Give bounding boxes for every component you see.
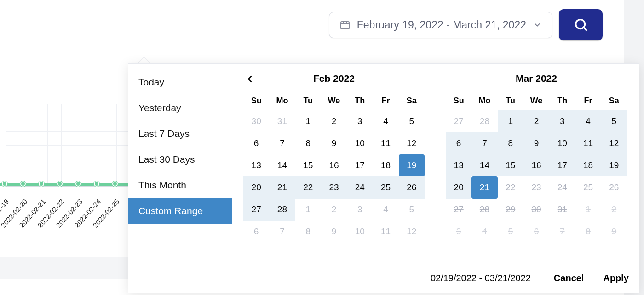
day-cell[interactable]: 18 [373, 154, 398, 176]
day-cell[interactable]: 1 [295, 110, 321, 132]
dow-cell: Th [347, 92, 373, 110]
day-cell: 27 [446, 110, 472, 132]
day-cell[interactable]: 7 [472, 132, 497, 154]
day-cell[interactable]: 8 [498, 132, 523, 154]
day-cell[interactable]: 5 [399, 110, 425, 132]
day-cell[interactable]: 4 [373, 110, 398, 132]
day-cell[interactable]: 17 [549, 154, 575, 176]
day-cell: 10 [347, 221, 373, 243]
day-cell[interactable]: 12 [399, 132, 425, 154]
day-cell[interactable]: 22 [295, 176, 321, 199]
day-cell[interactable]: 27 [243, 199, 269, 221]
preset-last-7-days[interactable]: Last 7 Days [128, 121, 232, 147]
day-cell[interactable]: 28 [269, 199, 295, 221]
selected-range-text: 02/19/2022 - 03/21/2022 [431, 273, 531, 284]
dow-cell: Su [243, 92, 269, 110]
dow-cell: Tu [498, 92, 523, 110]
day-cell[interactable]: 10 [549, 132, 575, 154]
dow-cell: Fr [575, 92, 601, 110]
day-cell[interactable]: 13 [446, 154, 472, 176]
day-cell: 1 [575, 199, 601, 221]
day-cell[interactable]: 3 [347, 110, 373, 132]
day-cell[interactable]: 9 [523, 132, 549, 154]
search-button[interactable] [559, 9, 603, 40]
day-cell[interactable]: 2 [321, 110, 347, 132]
preset-this-month[interactable]: This Month [128, 172, 232, 198]
day-cell[interactable]: 5 [601, 110, 627, 132]
day-cell[interactable]: 18 [575, 154, 601, 176]
day-cell[interactable]: 10 [347, 132, 373, 154]
day-cell[interactable]: 7 [269, 132, 295, 154]
day-cell: 8 [295, 221, 321, 243]
day-cell: 25 [575, 176, 601, 199]
dow-row: SuMoTuWeThFrSa [243, 92, 425, 110]
day-cell[interactable]: 15 [295, 154, 321, 176]
dow-row: SuMoTuWeThFrSa [446, 92, 627, 110]
day-cell[interactable]: 6 [446, 132, 472, 154]
calendar-left-title: Feb 2022 [243, 73, 425, 84]
day-cell[interactable]: 13 [243, 154, 269, 176]
day-cell[interactable]: 16 [523, 154, 549, 176]
picker-footer: 02/19/2022 - 03/21/2022 Cancel Apply [232, 264, 639, 293]
day-cell[interactable]: 2 [523, 110, 549, 132]
day-cell[interactable]: 15 [498, 154, 523, 176]
calendar-left: Feb 2022 SuMoTuWeThFrSa 3031123456789101… [243, 73, 425, 243]
preset-yesterday[interactable]: Yesterday [128, 95, 232, 121]
day-cell[interactable]: 17 [347, 154, 373, 176]
day-cell[interactable]: 6 [243, 132, 269, 154]
day-cell[interactable]: 12 [601, 132, 627, 154]
divider [0, 62, 624, 62]
day-cell[interactable]: 1 [498, 110, 523, 132]
day-cell[interactable]: 21 [472, 176, 497, 199]
day-cell[interactable]: 19 [399, 154, 425, 176]
day-cell: 6 [243, 221, 269, 243]
day-cell: 3 [347, 199, 373, 221]
day-cell: 29 [498, 199, 523, 221]
calendar-icon [339, 19, 351, 30]
day-cell: 2 [321, 199, 347, 221]
day-cell[interactable]: 4 [575, 110, 601, 132]
day-cell[interactable]: 8 [295, 132, 321, 154]
day-cell[interactable]: 11 [575, 132, 601, 154]
day-cell: 4 [373, 199, 398, 221]
day-cell[interactable]: 20 [243, 176, 269, 199]
day-cell: 7 [269, 221, 295, 243]
day-cell[interactable]: 11 [373, 132, 398, 154]
preset-list: TodayYesterdayLast 7 DaysLast 30 DaysThi… [128, 64, 232, 293]
day-cell[interactable]: 20 [446, 176, 472, 199]
day-cell: 23 [523, 176, 549, 199]
day-cell[interactable]: 26 [399, 176, 425, 199]
preset-custom-range[interactable]: Custom Range [128, 198, 232, 224]
preset-today[interactable]: Today [128, 69, 232, 95]
day-cell[interactable]: 19 [601, 154, 627, 176]
day-cell: 22 [498, 176, 523, 199]
day-cell[interactable]: 23 [321, 176, 347, 199]
day-cell: 28 [472, 199, 497, 221]
day-cell: 7 [549, 221, 575, 243]
calendar-panels: Feb 2022 SuMoTuWeThFrSa 3031123456789101… [232, 64, 639, 293]
day-cell[interactable]: 16 [321, 154, 347, 176]
preset-last-30-days[interactable]: Last 30 Days [128, 147, 232, 172]
day-cell[interactable]: 3 [549, 110, 575, 132]
dow-cell: Mo [269, 92, 295, 110]
day-cell: 24 [549, 176, 575, 199]
days-grid-right: 2728123456789101112131415161718192021222… [446, 110, 627, 243]
prev-month-button[interactable] [245, 74, 255, 84]
dow-cell: Sa [399, 92, 425, 110]
cancel-button[interactable]: Cancel [554, 273, 584, 284]
chart-x-ticks: 2022-02-192022-02-202022-02-212022-02-22… [0, 193, 129, 253]
dow-cell: Su [446, 92, 472, 110]
apply-button[interactable]: Apply [603, 273, 629, 284]
day-cell[interactable]: 24 [347, 176, 373, 199]
day-cell: 2 [601, 199, 627, 221]
chart-footer-band [0, 257, 129, 279]
date-range-text: February 19, 2022 - March 21, 2022 [357, 19, 526, 31]
date-range-trigger[interactable]: February 19, 2022 - March 21, 2022 [329, 12, 552, 38]
day-cell[interactable]: 14 [472, 154, 497, 176]
day-cell[interactable]: 21 [269, 176, 295, 199]
chevron-down-icon [533, 20, 542, 29]
day-cell[interactable]: 9 [321, 132, 347, 154]
day-cell[interactable]: 14 [269, 154, 295, 176]
day-cell[interactable]: 25 [373, 176, 398, 199]
day-cell: 27 [446, 199, 472, 221]
